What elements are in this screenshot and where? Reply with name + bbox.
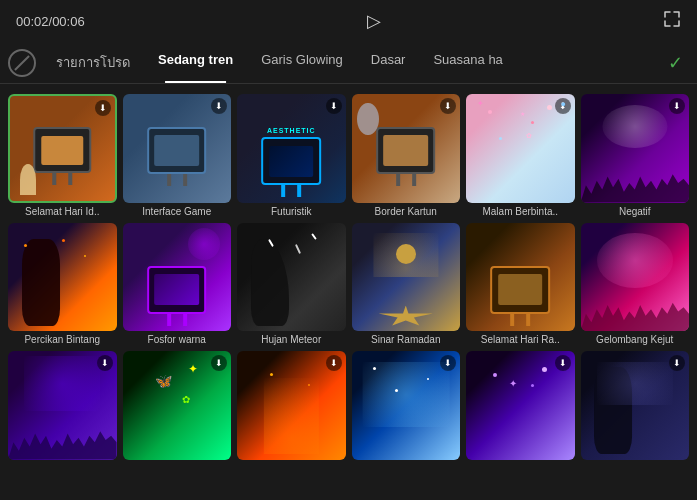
list-item[interactable]: Selamat Hari Ra.. [466, 223, 575, 346]
item-label: Interface Game [123, 206, 232, 217]
thumbnail: ⬇ [237, 351, 346, 460]
item-label: Fosfor warna [123, 334, 232, 345]
thumbnail: ⬇ [8, 94, 117, 203]
download-icon: ⬇ [95, 100, 111, 116]
thumbnail: ⬇ [581, 351, 690, 460]
item-label: Futuristik [237, 206, 346, 217]
thumbnail: ⬇ ✦ [466, 351, 575, 460]
thumbnail [123, 223, 232, 332]
glitch-text: AESTHETIC [267, 127, 316, 134]
thumbnail: ⬇ [352, 351, 461, 460]
tab-suasana[interactable]: Suasana ha [419, 42, 516, 83]
list-item[interactable]: ⬇ Border Kartun [352, 94, 461, 217]
list-item[interactable]: Percikan Bintang [8, 223, 117, 346]
download-icon: ⬇ [211, 355, 227, 371]
thumbnail [352, 223, 461, 332]
download-icon: ⬇ [440, 98, 456, 114]
item-label: Negatif [581, 206, 690, 217]
list-item[interactable]: Gelombang Kejut [581, 223, 690, 346]
list-item[interactable]: ⬇ [237, 351, 346, 463]
item-label: Sinar Ramadan [352, 334, 461, 345]
list-item[interactable]: ⬇ Negatif [581, 94, 690, 217]
tab-garis[interactable]: Garis Glowing [247, 42, 357, 83]
thumbnail: ⬇ [123, 94, 232, 203]
thumbnail [581, 223, 690, 332]
item-label: Selamat Hari Id.. [8, 206, 117, 217]
thumbnail: ⬇ 🦋 ✿ ✦ [123, 351, 232, 460]
thumbnail: ⬇ [581, 94, 690, 203]
item-label: Malam Berbinta.. [466, 206, 575, 217]
effects-grid-container: ⬇ Selamat Hari Id.. ⬇ [0, 84, 697, 489]
no-icon[interactable] [8, 49, 36, 77]
download-icon: ⬇ [326, 98, 342, 114]
download-icon: ⬇ [211, 98, 227, 114]
list-item[interactable]: ⬇ [352, 351, 461, 463]
play-button[interactable]: ▷ [367, 10, 381, 32]
tabs-bar: รายการโปรด Sedang tren Garis Glowing Das… [0, 42, 697, 84]
item-label: Border Kartun [352, 206, 461, 217]
list-item[interactable]: ⬇ AESTHETIC Futuristik [237, 94, 346, 217]
thumbnail: ⬇ ✦ ★ ● ✿ [466, 94, 575, 203]
item-label: Hujan Meteor [237, 334, 346, 345]
list-item[interactable]: ⬇ [581, 351, 690, 463]
list-item[interactable]: ⬇ ✦ ★ ● ✿ Malam Berbinta.. [466, 94, 575, 217]
download-icon: ⬇ [555, 355, 571, 371]
item-label: Percikan Bintang [8, 334, 117, 345]
list-item[interactable]: ⬇ [8, 351, 117, 463]
thumbnail: ⬇ AESTHETIC [237, 94, 346, 203]
list-item[interactable]: ⬇ Interface Game [123, 94, 232, 217]
thumbnail [237, 223, 346, 332]
item-label: Gelombang Kejut [581, 334, 690, 345]
list-item[interactable]: ⬇ Selamat Hari Id.. [8, 94, 117, 217]
list-item[interactable]: Hujan Meteor [237, 223, 346, 346]
tab-raikar[interactable]: รายการโปรด [42, 42, 144, 83]
tab-sedang[interactable]: Sedang tren [144, 42, 247, 83]
list-item[interactable]: ⬇ 🦋 ✿ ✦ [123, 351, 232, 463]
check-button[interactable]: ✓ [661, 49, 689, 77]
download-icon: ⬇ [669, 98, 685, 114]
list-item[interactable]: Fosfor warna [123, 223, 232, 346]
list-item[interactable]: ⬇ ✦ [466, 351, 575, 463]
effects-grid: ⬇ Selamat Hari Id.. ⬇ [8, 94, 689, 463]
time-display: 00:02/00:06 [16, 14, 85, 29]
thumbnail [8, 223, 117, 332]
tab-dasar[interactable]: Dasar [357, 42, 420, 83]
list-item[interactable]: Sinar Ramadan [352, 223, 461, 346]
header: 00:02/00:06 ▷ [0, 0, 697, 42]
tabs-list: รายการโปรด Sedang tren Garis Glowing Das… [42, 42, 661, 83]
thumbnail [466, 223, 575, 332]
download-icon: ⬇ [326, 355, 342, 371]
item-label: Selamat Hari Ra.. [466, 334, 575, 345]
expand-button[interactable] [663, 10, 681, 32]
thumbnail: ⬇ [352, 94, 461, 203]
thumbnail: ⬇ [8, 351, 117, 460]
